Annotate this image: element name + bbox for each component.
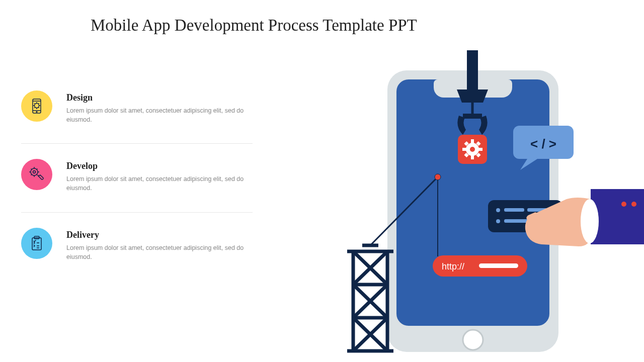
svg-point-46 <box>496 208 500 212</box>
item-desc: Lorem ipsum dolor sit amet, consectetuer… <box>66 106 253 124</box>
svg-rect-56 <box>479 263 518 268</box>
svg-rect-39 <box>478 148 482 151</box>
svg-line-12 <box>34 107 35 108</box>
svg-point-3 <box>36 112 37 113</box>
svg-rect-31 <box>467 50 478 90</box>
svg-line-22 <box>31 174 32 175</box>
svg-point-54 <box>581 199 599 243</box>
svg-rect-37 <box>471 155 474 159</box>
svg-point-49 <box>496 219 500 223</box>
svg-point-14 <box>33 171 36 173</box>
svg-line-21 <box>37 169 38 170</box>
svg-point-30 <box>463 330 483 350</box>
svg-rect-36 <box>471 139 474 143</box>
svg-point-4 <box>35 104 39 108</box>
svg-line-10 <box>38 107 39 108</box>
svg-rect-51 <box>591 189 644 244</box>
process-items: Design Lorem ipsum dolor sit amet, conse… <box>21 75 253 281</box>
url-label: http:// <box>442 261 464 272</box>
process-item-design: Design Lorem ipsum dolor sit amet, conse… <box>21 75 253 143</box>
crane-tower-icon <box>347 245 393 351</box>
svg-rect-47 <box>504 208 524 212</box>
item-desc: Lorem ipsum dolor sit amet, consectetuer… <box>66 243 253 261</box>
svg-point-59 <box>435 174 441 180</box>
item-title: Design <box>66 93 253 103</box>
mobile-gear-icon <box>21 90 52 122</box>
process-item-develop: Develop Lorem ipsum dolor sit amet, cons… <box>21 144 253 212</box>
svg-point-35 <box>470 147 475 152</box>
process-item-delivery: Delivery Lorem ipsum dolor sit amet, con… <box>21 213 253 281</box>
svg-line-11 <box>38 103 39 104</box>
clipboard-check-icon <box>21 228 52 259</box>
code-label: < / > <box>530 136 556 151</box>
page-title: Mobile App Development Process Template … <box>91 16 417 35</box>
svg-rect-38 <box>462 148 466 151</box>
item-title: Develop <box>66 161 253 171</box>
phone-construction-illustration: < / > http:// <box>322 50 644 357</box>
svg-point-53 <box>631 202 636 207</box>
svg-line-19 <box>31 169 32 170</box>
item-title: Delivery <box>66 230 253 240</box>
svg-point-52 <box>621 202 626 207</box>
svg-line-20 <box>37 174 38 175</box>
svg-line-9 <box>34 103 35 104</box>
item-desc: Lorem ipsum dolor sit amet, consectetuer… <box>66 174 253 193</box>
wrench-gear-icon <box>21 159 52 190</box>
